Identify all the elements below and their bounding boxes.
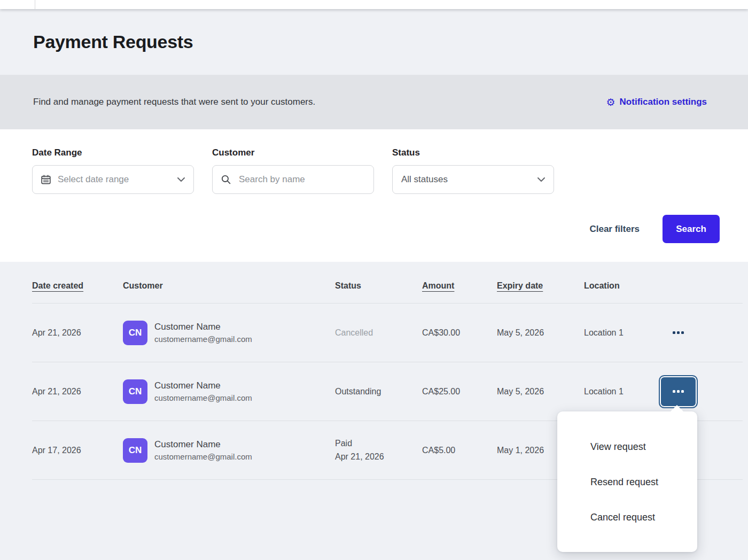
filters-section: Date Range Select date range: [0, 129, 748, 262]
row-actions-button-active[interactable]: [659, 375, 698, 408]
customer-avatar: CN: [123, 321, 147, 345]
cell-expiry-date: May 5, 2026: [497, 328, 584, 338]
calendar-icon: [41, 175, 51, 184]
cell-amount: CA$5.00: [422, 446, 497, 455]
customer-email: customername@gmail.com: [154, 452, 252, 461]
table-header-row: Date created Customer Status Amount Expi…: [32, 262, 743, 304]
date-range-placeholder: Select date range: [58, 174, 170, 185]
customer-search-input[interactable]: [238, 174, 365, 185]
customer-email: customername@gmail.com: [154, 393, 252, 402]
menu-item-cancel-request[interactable]: Cancel request: [557, 500, 697, 535]
date-range-select[interactable]: Select date range: [32, 165, 194, 194]
customer-name: Customer Name: [154, 380, 252, 391]
search-button[interactable]: Search: [663, 215, 720, 243]
customer-search-box[interactable]: [212, 165, 374, 194]
cell-status: Outstanding: [335, 387, 422, 396]
cell-status: Cancelled: [335, 328, 422, 338]
notification-settings-label: Notification settings: [620, 97, 707, 107]
table-row: Apr 21, 2026 CN Customer Name customerna…: [32, 304, 743, 362]
notification-settings-link[interactable]: ⚙ Notification settings: [606, 97, 707, 107]
info-band: Find and manage payment requests that we…: [0, 75, 748, 129]
gear-icon: ⚙: [606, 97, 615, 107]
cell-date-created: Apr 21, 2026: [32, 387, 123, 396]
cell-location: Location 1: [584, 328, 659, 338]
filter-customer: Customer: [212, 147, 374, 194]
customer-email: customername@gmail.com: [154, 335, 252, 344]
row-actions-button[interactable]: [659, 322, 698, 344]
menu-item-view-request[interactable]: View request: [557, 429, 697, 464]
filter-row: Date Range Select date range: [32, 147, 748, 194]
filter-actions: Clear filters Search: [589, 215, 720, 243]
chevron-down-icon: [177, 177, 185, 182]
customer-name: Customer Name: [154, 322, 252, 332]
menu-item-resend-request[interactable]: Resend request: [557, 464, 697, 500]
page-subtitle: Find and manage payment requests that we…: [33, 97, 315, 107]
status-label: Status: [392, 147, 554, 158]
cell-date-created: Apr 17, 2026: [32, 446, 123, 455]
cell-status: Paid Apr 21, 2026: [335, 439, 422, 462]
top-bar-divider: [35, 0, 35, 9]
cell-actions: [659, 322, 743, 344]
customer-identity: Customer Name customername@gmail.com: [154, 439, 252, 461]
customer-name: Customer Name: [154, 439, 252, 450]
ellipsis-icon: [673, 331, 684, 334]
date-range-label: Date Range: [32, 147, 194, 158]
column-header-customer: Customer: [123, 281, 335, 291]
customer-avatar: CN: [123, 438, 147, 463]
cell-customer: CN Customer Name customername@gmail.com: [123, 379, 335, 404]
ellipsis-icon: [673, 390, 684, 393]
status-selected-value: All statuses: [401, 174, 531, 185]
cell-expiry-date: May 5, 2026: [497, 387, 584, 396]
customer-avatar: CN: [123, 379, 147, 404]
customer-label: Customer: [212, 147, 374, 158]
cell-amount: CA$30.00: [422, 328, 497, 338]
payment-requests-page: Payment Requests Find and manage payment…: [0, 0, 748, 560]
column-header-date-created[interactable]: Date created: [32, 281, 123, 291]
customer-identity: Customer Name customername@gmail.com: [154, 322, 252, 344]
menu-arrow: [670, 405, 684, 412]
column-header-status: Status: [335, 281, 422, 291]
cell-location: Location 1: [584, 387, 659, 396]
cell-date-created: Apr 21, 2026: [32, 328, 123, 338]
clear-filters-button[interactable]: Clear filters: [589, 224, 640, 235]
status-date: Apr 21, 2026: [335, 452, 422, 462]
status-select[interactable]: All statuses: [392, 165, 554, 194]
customer-identity: Customer Name customername@gmail.com: [154, 380, 252, 402]
row-actions-menu: View request Resend request Cancel reque…: [557, 411, 697, 552]
cell-actions: [659, 375, 743, 408]
page-header: Payment Requests: [0, 9, 748, 75]
filter-status: Status All statuses: [392, 147, 554, 194]
cell-amount: CA$25.00: [422, 387, 497, 396]
chevron-down-icon: [537, 177, 545, 182]
search-icon: [221, 175, 231, 184]
column-header-amount[interactable]: Amount: [422, 281, 497, 291]
page-title: Payment Requests: [33, 32, 193, 52]
status-text: Paid: [335, 439, 422, 448]
top-bar: [0, 0, 748, 9]
column-header-location: Location: [584, 281, 659, 291]
column-header-expiry-date[interactable]: Expiry date: [497, 281, 584, 291]
cell-customer: CN Customer Name customername@gmail.com: [123, 321, 335, 345]
filter-date-range: Date Range Select date range: [32, 147, 194, 194]
cell-customer: CN Customer Name customername@gmail.com: [123, 438, 335, 463]
